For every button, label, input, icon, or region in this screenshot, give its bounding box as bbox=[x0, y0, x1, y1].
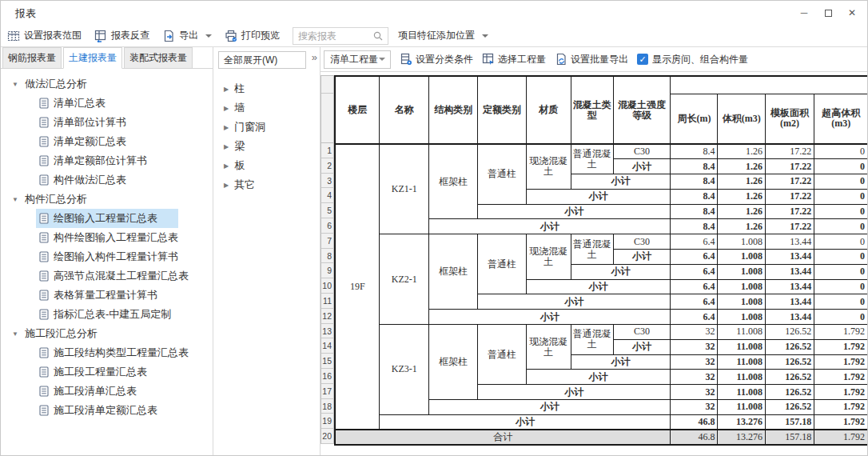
row-number: 2 bbox=[321, 158, 334, 174]
report-backcheck-button[interactable]: 报表反查 bbox=[94, 29, 149, 42]
table-cell: 普通混凝土 bbox=[571, 144, 613, 174]
report-tree-item[interactable]: 高强节点混凝土工程量汇总表 bbox=[36, 266, 209, 286]
table-cell: 0 bbox=[814, 204, 868, 219]
table-cell: 13.44 bbox=[765, 279, 814, 294]
set-report-range-button[interactable]: 设置报表范围 bbox=[7, 29, 82, 42]
minimize-button[interactable]: ─ bbox=[792, 1, 816, 25]
collapse-panel-icon[interactable]: » bbox=[312, 51, 317, 63]
document-icon bbox=[39, 136, 49, 147]
expand-all-button[interactable]: 全部展开(W) bbox=[218, 51, 306, 69]
select-quantity-button[interactable]: 选择工程量 bbox=[482, 53, 546, 66]
tab-prefab-reports[interactable]: 装配式报表量 bbox=[124, 47, 193, 68]
main-toolbar: 设置报表范围 报表反查 导出 打印预览 项目特征添加位置 bbox=[1, 25, 867, 47]
table-cell: 1.26 bbox=[718, 219, 765, 234]
row-number: 10 bbox=[321, 278, 334, 294]
table-header-cell: 定额类别 bbox=[478, 76, 527, 144]
table-header-cell: 混凝土类型 bbox=[571, 76, 613, 144]
report-tree-item[interactable]: 施工段工程量汇总表 bbox=[36, 362, 168, 382]
report-tree-item-label: 绘图输入工程量汇总表 bbox=[54, 211, 157, 226]
report-tree-item[interactable]: 清单定额部位计算书 bbox=[36, 151, 168, 170]
report-tree-item-label: 表格算量工程量计算书 bbox=[54, 288, 157, 302]
table-cell: 框架柱 bbox=[429, 325, 478, 400]
component-tree-item[interactable]: ▶其它 bbox=[213, 175, 320, 194]
table-cell: 框架柱 bbox=[429, 234, 478, 310]
table-row: 小计46.813.276157.181.792 bbox=[335, 414, 868, 430]
report-tree-item[interactable]: 绘图输入工程量汇总表 bbox=[36, 209, 178, 228]
quantity-type-dropdown[interactable]: 清单工程量 bbox=[324, 50, 391, 69]
table-cell: 8.4 bbox=[671, 219, 718, 234]
titlebar: 报表 ─ ✕ bbox=[1, 1, 867, 25]
report-search-box bbox=[293, 27, 388, 45]
show-room-combined-checkbox[interactable]: ✓ bbox=[637, 54, 648, 65]
set-classification-icon bbox=[400, 53, 412, 66]
close-button[interactable]: ✕ bbox=[840, 1, 864, 25]
table-cell: 小计 bbox=[526, 189, 670, 204]
table-row: KZ3-1框架柱普通柱现浇混凝土普通混凝土C303211.008126.521.… bbox=[335, 325, 868, 340]
table-cell: 126.52 bbox=[765, 325, 814, 340]
collapsed-arrow-icon: ▶ bbox=[224, 105, 229, 112]
report-tabbar: 钢筋报表量 土建报表量 装配式报表量 bbox=[1, 47, 213, 69]
collapsed-arrow-icon: ▶ bbox=[224, 182, 229, 189]
report-tree-item[interactable]: 绘图输入构件工程量计算书 bbox=[36, 247, 199, 266]
document-icon bbox=[39, 347, 49, 358]
table-cell: 框架柱 bbox=[429, 144, 478, 219]
report-tree-item[interactable]: 施工段结构类型工程量汇总表 bbox=[36, 343, 209, 362]
tab-rebar-reports[interactable]: 钢筋报表量 bbox=[2, 47, 62, 68]
component-tree-item[interactable]: ▶门窗洞 bbox=[213, 118, 320, 137]
report-tree-item[interactable]: 施工段清单汇总表 bbox=[36, 382, 157, 401]
feature-position-button[interactable]: 项目特征添加位置 bbox=[398, 29, 488, 42]
show-room-combined-label: 显示房间、组合构件量 bbox=[652, 53, 748, 66]
batch-export-icon bbox=[555, 53, 567, 66]
table-cell: 17.22 bbox=[765, 219, 814, 234]
tab-civil-reports[interactable]: 土建报表量 bbox=[63, 47, 122, 69]
tree-section-header[interactable]: ▼做法汇总分析 bbox=[1, 74, 213, 94]
component-tree-item[interactable]: ▶墙 bbox=[213, 98, 320, 118]
table-cell: 小计 bbox=[571, 264, 671, 279]
maximize-button[interactable] bbox=[816, 1, 840, 25]
table-cell: C30 bbox=[613, 234, 671, 250]
report-tree-item[interactable]: 指标汇总表-中建五局定制 bbox=[36, 305, 192, 324]
table-header-cell: 超高体积(m3) bbox=[814, 94, 868, 144]
table-cell: 0 bbox=[814, 279, 868, 294]
table-cell: 小计 bbox=[429, 310, 671, 325]
collapsed-arrow-icon: ▶ bbox=[224, 143, 229, 150]
component-tree-item[interactable]: ▶梁 bbox=[213, 137, 320, 156]
export-button[interactable]: 导出 bbox=[162, 29, 212, 42]
table-cell: 小计 bbox=[380, 414, 671, 430]
batch-export-button[interactable]: 设置批量导出 bbox=[555, 53, 628, 66]
component-tree-item[interactable]: ▶板 bbox=[213, 156, 320, 175]
report-tree-item[interactable]: 施工段清单定额汇总表 bbox=[36, 401, 178, 420]
table-header-cell: 混凝土强度等级 bbox=[613, 76, 671, 144]
table-cell: 8.4 bbox=[671, 174, 718, 190]
table-cell: 13.44 bbox=[765, 310, 814, 325]
report-tree-item[interactable]: 清单汇总表 bbox=[36, 94, 126, 113]
report-range-icon bbox=[7, 30, 20, 42]
table-header-cell: 材质 bbox=[526, 76, 571, 144]
table-cell: 1.008 bbox=[718, 234, 765, 250]
report-tree-item-label: 清单汇总表 bbox=[54, 96, 106, 110]
document-icon bbox=[39, 232, 49, 243]
tree-section-header[interactable]: ▼施工段汇总分析 bbox=[1, 324, 213, 343]
report-search-input[interactable] bbox=[298, 29, 375, 43]
report-tree-item[interactable]: 清单部位计算书 bbox=[36, 113, 147, 132]
set-classification-button[interactable]: 设置分类条件 bbox=[400, 53, 473, 66]
table-cell: 1.792 bbox=[814, 430, 868, 445]
report-tree-item[interactable]: 清单定额汇总表 bbox=[36, 132, 147, 151]
report-tree-item[interactable]: 构件绘图输入工程量汇总表 bbox=[36, 228, 199, 247]
table-cell: 126.52 bbox=[765, 339, 814, 354]
table-cell: 0 bbox=[814, 294, 868, 310]
table-cell: 6.4 bbox=[671, 234, 718, 250]
table-cell: 1.792 bbox=[814, 385, 868, 400]
component-tree-item[interactable]: ▶柱 bbox=[213, 79, 320, 98]
export-icon bbox=[162, 30, 175, 42]
table-cell: 0 bbox=[814, 144, 868, 159]
tree-section-header[interactable]: ▼构件汇总分析 bbox=[1, 190, 213, 209]
print-preview-button[interactable]: 打印预览 bbox=[225, 29, 280, 42]
report-tree-item-label: 构件绘图输入工程量汇总表 bbox=[54, 230, 178, 245]
report-tree-item[interactable]: 构件做法汇总表 bbox=[36, 170, 147, 190]
document-icon bbox=[39, 213, 49, 224]
table-toolbar: 清单工程量 设置分类条件 选择工程量 设置批量导出 ✓ 显示房间、组合构件量 bbox=[321, 47, 868, 72]
table-cell: 小计 bbox=[526, 279, 670, 294]
report-tree-item[interactable]: 表格算量工程量计算书 bbox=[36, 286, 178, 305]
table-cell: 现浇混凝土 bbox=[526, 234, 571, 279]
